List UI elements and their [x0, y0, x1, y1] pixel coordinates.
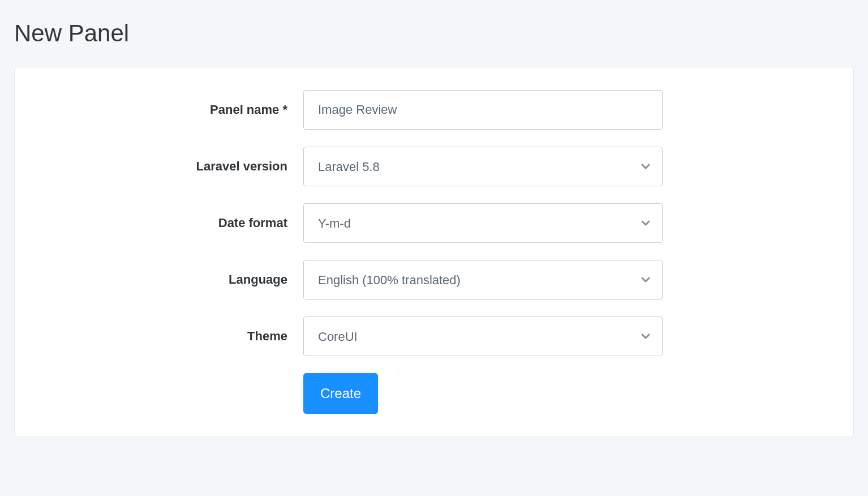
laravel-version-select[interactable]: Laravel 5.8	[303, 147, 663, 186]
panel-name-input[interactable]	[303, 90, 663, 130]
panel-name-wrap	[303, 90, 663, 130]
language-wrap: English (100% translated)	[303, 260, 663, 300]
laravel-version-label: Laravel version	[32, 159, 303, 174]
theme-select[interactable]: CoreUI	[303, 317, 663, 356]
laravel-version-row: Laravel version Laravel 5.8	[32, 147, 836, 186]
date-format-select[interactable]: Y-m-d	[303, 203, 663, 243]
language-row: Language English (100% translated)	[32, 260, 836, 300]
date-format-label: Date format	[32, 216, 303, 230]
panel-name-label: Panel name *	[32, 102, 303, 117]
panel-name-row: Panel name *	[32, 90, 836, 130]
submit-wrap: Create	[303, 373, 663, 414]
form-card: Panel name * Laravel version Laravel 5.8…	[14, 67, 854, 437]
theme-row: Theme CoreUI	[32, 317, 836, 356]
language-label: Language	[32, 272, 303, 287]
theme-label: Theme	[32, 329, 303, 344]
page-title: New Panel	[14, 20, 854, 47]
laravel-version-wrap: Laravel 5.8	[303, 147, 663, 186]
theme-wrap: CoreUI	[303, 317, 663, 356]
date-format-wrap: Y-m-d	[303, 203, 663, 243]
date-format-row: Date format Y-m-d	[32, 203, 836, 243]
language-select[interactable]: English (100% translated)	[303, 260, 663, 300]
submit-row: Create	[32, 373, 836, 414]
create-button[interactable]: Create	[303, 373, 378, 414]
